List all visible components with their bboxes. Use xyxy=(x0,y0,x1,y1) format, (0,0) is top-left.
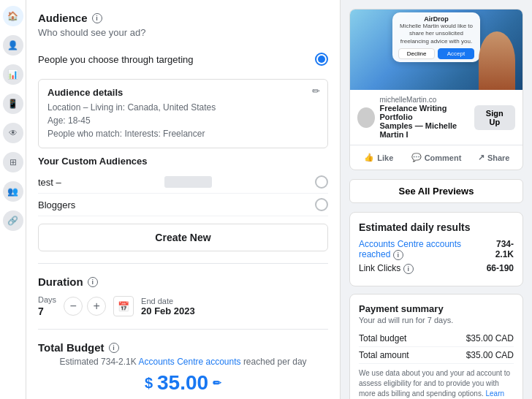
audience-details-title: Audience details xyxy=(48,87,319,98)
payment-title: Payment summary xyxy=(359,303,514,314)
payment-subtitle: Your ad will run for 7 days. xyxy=(359,316,514,324)
audience-row-bloggers-name: Bloggers xyxy=(38,200,75,210)
currency-symbol: $ xyxy=(145,375,153,392)
like-button[interactable]: 👍 Like xyxy=(350,150,408,165)
payment-budget-value: $35.00 CAD xyxy=(466,333,514,343)
payment-row-budget: Total budget $35.00 CAD xyxy=(359,330,514,347)
custom-audiences-label: Your Custom Audiences xyxy=(38,156,328,167)
left-panel: Audience i Who should see your ad? Peopl… xyxy=(26,0,341,399)
airdrop-title: AirDrop xyxy=(398,15,474,23)
audience-row-test-radio[interactable] xyxy=(315,175,328,189)
estimated-prefix: Estimated 734-2.1K xyxy=(59,357,136,367)
targeting-radio[interactable] xyxy=(315,53,328,66)
comment-icon: 💬 xyxy=(411,153,422,162)
results-clicks-label: Link Clicks i xyxy=(359,263,414,274)
comment-button[interactable]: 💬 Comment xyxy=(408,150,466,165)
sidebar-icon-home[interactable]: 🏠 xyxy=(3,6,23,26)
end-date-section: End date 20 Feb 2023 xyxy=(141,297,195,316)
days-label: Days xyxy=(38,295,56,304)
budget-amount-display: $ 35.00 ✏ xyxy=(38,371,328,395)
results-clicks-value: 66-190 xyxy=(487,263,514,274)
results-clicks-info-icon[interactable]: i xyxy=(403,264,414,274)
increment-button[interactable]: + xyxy=(87,297,106,316)
audience-details-box: ✏ Audience details Location – Living in:… xyxy=(38,79,328,148)
sidebar-icon-link[interactable]: 🔗 xyxy=(3,210,23,231)
ad-info-row: michelleMartin.co Freelance Writing Port… xyxy=(350,90,522,145)
duration-info-icon[interactable]: i xyxy=(88,277,98,287)
accounts-centre-link[interactable]: Accounts Centre accounts xyxy=(138,357,240,367)
share-button[interactable]: ↗ Share xyxy=(465,150,522,165)
days-value: 7 xyxy=(38,305,56,317)
sidebar-icon-grid[interactable]: ⊞ xyxy=(3,152,23,172)
calendar-icon[interactable]: 📅 xyxy=(113,296,134,316)
end-date-label: End date xyxy=(141,297,195,305)
audience-row-test: test – xyxy=(38,171,328,194)
estimated-text: Estimated 734-2.1K Accounts Centre accou… xyxy=(38,357,328,367)
audience-detail-location: Location – Living in: Canada, United Sta… xyxy=(48,101,319,114)
stepper: − + xyxy=(64,297,106,316)
results-row-clicks: Link Clicks i 66-190 xyxy=(359,263,514,274)
payment-section: Payment summary Your ad will run for 7 d… xyxy=(349,294,523,399)
results-accounts-value: 734-2.1K xyxy=(484,239,514,260)
audience-row-bloggers-radio[interactable] xyxy=(315,198,328,211)
ad-preview-image: AirDrop Michelle Martin would like to sh… xyxy=(350,10,522,90)
audience-detail-age: Age: 18-45 xyxy=(48,114,319,127)
audience-subtitle: Who should see your ad? xyxy=(38,27,328,38)
audience-section: Audience i Who should see your ad? Peopl… xyxy=(38,12,328,251)
payment-budget-label: Total budget xyxy=(359,333,406,343)
ad-profile-info: michelleMartin.co Freelance Writing Port… xyxy=(379,96,474,139)
ad-preview-card: AirDrop Michelle Martin would like to sh… xyxy=(349,9,523,170)
accept-button[interactable]: Accept xyxy=(438,48,474,59)
divider-2 xyxy=(38,329,328,330)
decline-button[interactable]: Decline xyxy=(398,48,435,59)
signup-button[interactable]: Sign Up xyxy=(474,105,515,130)
divider-1 xyxy=(38,263,328,264)
audience-row-test-blurred xyxy=(164,176,211,188)
sidebar-icon-phone[interactable]: 📱 xyxy=(3,94,23,114)
ad-profile-url: michelleMartin.co xyxy=(379,96,474,104)
sidebar-icon-users[interactable]: 👥 xyxy=(3,181,23,202)
create-new-button[interactable]: Create New xyxy=(38,224,328,251)
targeting-label: People you choose through targeting xyxy=(38,54,194,65)
audience-row-test-name: test – xyxy=(38,177,61,188)
ad-actions: 👍 Like 💬 Comment ↗ Share xyxy=(350,145,522,170)
days-block: Days 7 xyxy=(38,295,56,317)
airdrop-text: Michelle Martin would like to share her … xyxy=(398,23,474,45)
main-container: Audience i Who should see your ad? Peopl… xyxy=(26,0,532,399)
like-icon: 👍 xyxy=(364,153,374,162)
end-date-value: 20 Feb 2023 xyxy=(141,305,195,316)
payment-note: We use data about you and your ad accoun… xyxy=(359,368,514,399)
budget-value: 35.00 xyxy=(157,371,208,395)
edit-icon[interactable]: ✏ xyxy=(312,86,320,96)
estimated-results-section: Estimated daily results Accounts Centre … xyxy=(349,212,523,286)
targeting-option[interactable]: People you choose through targeting xyxy=(38,47,328,72)
sidebar-icon-chart[interactable]: 📊 xyxy=(3,64,23,85)
payment-total-value: $35.00 CAD xyxy=(466,350,514,360)
audience-title: Audience xyxy=(38,12,88,24)
results-row-accounts: Accounts Centre accounts reached i 734-2… xyxy=(359,239,514,260)
comment-label: Comment xyxy=(425,153,462,162)
payment-row-total: Total amount $35.00 CAD xyxy=(359,347,514,364)
sidebar-icon-eye[interactable]: 👁 xyxy=(3,123,23,143)
person-silhouette xyxy=(479,31,515,90)
duration-section: Duration i Days 7 − + 📅 End date 20 Feb … xyxy=(38,276,328,317)
sidebar-icon-person[interactable]: 👤 xyxy=(3,35,23,56)
avatar xyxy=(357,107,375,128)
budget-info-icon[interactable]: i xyxy=(109,343,119,353)
share-label: Share xyxy=(487,153,510,162)
results-accounts-info-icon[interactable]: i xyxy=(393,250,403,260)
budget-title: Total Budget xyxy=(38,341,104,354)
duration-row: Days 7 − + 📅 End date 20 Feb 2023 xyxy=(38,295,328,317)
audience-info-icon[interactable]: i xyxy=(92,13,102,23)
share-icon: ↗ xyxy=(478,153,484,162)
see-all-button[interactable]: See All Previews xyxy=(349,179,523,203)
accounts-centre-results-link[interactable]: Accounts Centre accounts reached xyxy=(359,239,461,259)
decrement-button[interactable]: − xyxy=(64,297,83,316)
sidebar: 🏠 👤 📊 📱 👁 ⊞ 👥 🔗 xyxy=(0,0,26,399)
like-label: Like xyxy=(377,153,393,162)
duration-title: Duration xyxy=(38,276,83,288)
airdrop-popup: AirDrop Michelle Martin would like to sh… xyxy=(392,12,480,62)
right-panel: AirDrop Michelle Martin would like to sh… xyxy=(341,0,532,399)
budget-edit-icon[interactable]: ✏ xyxy=(213,377,221,389)
payment-total-label: Total amount xyxy=(359,350,409,360)
